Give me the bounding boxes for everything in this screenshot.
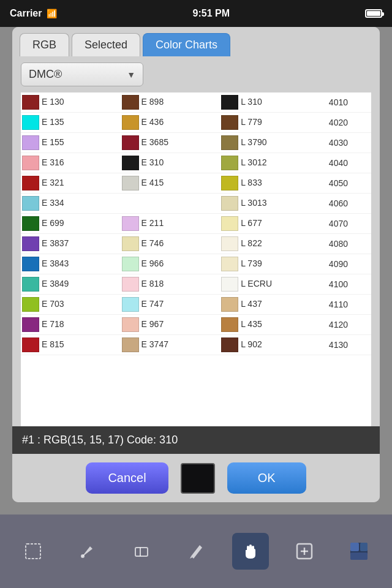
table-row[interactable]: E 718E 967L 4354120 [21, 315, 371, 335]
color-swatch [22, 176, 39, 190]
chevron-down-icon: ▼ [127, 70, 135, 80]
table-row[interactable]: E 130E 898L 3104010 [21, 92, 371, 113]
table-row[interactable]: E 3837E 746L 8224080 [21, 234, 371, 254]
color-code: 4010 [328, 92, 371, 113]
table-row[interactable]: E 703E 747L 4374110 [21, 295, 371, 315]
hand-tool-button[interactable] [232, 533, 269, 570]
table-row[interactable]: E 699E 211L 6774070 [21, 214, 371, 234]
wifi-icon: 📶 [47, 9, 57, 18]
color-code: 4130 [328, 335, 371, 355]
color-swatch [221, 135, 238, 150]
color-code: 4040 [328, 153, 371, 173]
color-code: 4110 [328, 295, 371, 315]
pen-tool-button[interactable] [178, 533, 214, 570]
svg-rect-10 [350, 552, 368, 560]
color-label: L 435 [241, 319, 262, 329]
color-swatch [22, 216, 39, 231]
color-swatch [221, 115, 238, 130]
color-info-text: #1 : RGB(15, 15, 17) Code: 310 [22, 434, 178, 446]
table-row[interactable]: E 3843E 966L 7394090 [21, 254, 371, 274]
select-tool-button[interactable] [15, 533, 51, 570]
color-label: E 321 [42, 178, 64, 187]
color-label: E 3849 [42, 279, 69, 288]
color-code: 4070 [328, 214, 371, 234]
color-swatch [221, 176, 238, 190]
color-label: E 703 [42, 299, 64, 309]
color-info-bar: #1 : RGB(15, 15, 17) Code: 310 [12, 426, 380, 454]
svg-rect-0 [26, 544, 40, 559]
color-swatch [122, 337, 139, 352]
color-swatch [22, 115, 39, 130]
carrier-label: Carrier [10, 8, 42, 19]
table-row[interactable]: E 135E 436L 7794020 [21, 113, 371, 133]
dropdown-row: DMC® ▼ [12, 56, 380, 92]
color-label: E 3837 [42, 238, 69, 248]
table-row[interactable]: E 321E 415L 8334050 [21, 173, 371, 194]
color-chart-dialog: RGB Selected Color Charts DMC® ▼ E 130E … [12, 27, 380, 502]
color-label: L 3790 [241, 137, 266, 147]
bottom-toolbar [0, 514, 392, 588]
color-swatch [22, 236, 39, 251]
color-swatch [122, 115, 139, 130]
color-label: L 310 [241, 97, 262, 107]
color-swatch [221, 317, 238, 332]
palette-button[interactable] [341, 533, 377, 570]
brush-tool-button[interactable] [69, 533, 106, 570]
dropdown-value: DMC® [29, 68, 62, 81]
color-label: E 3747 [141, 339, 168, 349]
color-swatch [122, 135, 139, 150]
color-label: E 747 [141, 299, 164, 309]
table-row[interactable]: E 815E 3747L 9024130 [21, 335, 371, 355]
color-label: E 436 [141, 117, 164, 127]
color-swatch [22, 317, 39, 332]
color-code: 4020 [328, 113, 371, 133]
table-row[interactable]: E 3849E 818L ECRU4100 [21, 274, 371, 295]
color-chart-table: E 130E 898L 3104010E 135E 436L 7794020E … [21, 92, 371, 355]
color-label: E 316 [42, 157, 64, 167]
cancel-button[interactable]: Cancel [86, 462, 168, 494]
color-swatch [122, 216, 139, 231]
svg-rect-2 [135, 548, 148, 556]
color-swatch [22, 135, 39, 150]
color-swatch [221, 156, 238, 170]
color-swatch [221, 337, 238, 352]
color-swatch [122, 236, 139, 251]
brand-dropdown[interactable]: DMC® ▼ [21, 62, 143, 86]
color-code: 4080 [328, 234, 371, 254]
color-swatch [22, 196, 39, 211]
eraser-tool-button[interactable] [123, 533, 160, 570]
table-row[interactable]: E 155E 3685L 37904030 [21, 133, 371, 153]
color-label: L ECRU [241, 279, 272, 288]
table-row[interactable]: E 334L 30134060 [21, 194, 371, 214]
add-button[interactable] [286, 533, 323, 570]
table-row[interactable]: E 316E 310L 30124040 [21, 153, 371, 173]
color-code: 4030 [328, 133, 371, 153]
color-swatch [221, 277, 238, 292]
color-swatch [122, 156, 139, 170]
color-code: 4120 [328, 315, 371, 335]
color-label: E 699 [42, 218, 64, 228]
color-label: E 815 [42, 339, 64, 349]
color-chart-area[interactable]: E 130E 898L 3104010E 135E 436L 7794020E … [21, 92, 371, 426]
battery-icon [365, 9, 382, 18]
color-label: L 677 [241, 218, 262, 228]
color-swatch [122, 257, 139, 271]
color-swatch [221, 257, 238, 271]
color-label: E 3685 [141, 137, 168, 147]
color-label: E 130 [42, 97, 64, 107]
color-swatch [22, 257, 39, 271]
color-label: E 967 [141, 319, 164, 329]
color-label: E 966 [141, 258, 164, 268]
color-label: L 833 [241, 178, 262, 187]
ok-button[interactable]: OK [227, 462, 306, 494]
color-swatch [221, 95, 238, 110]
color-label: L 779 [241, 117, 262, 127]
tab-selected[interactable]: Selected [72, 33, 140, 56]
tab-rgb[interactable]: RGB [20, 33, 69, 56]
color-label: L 3012 [241, 157, 266, 167]
color-label: L 437 [241, 299, 262, 309]
color-swatch [22, 95, 39, 110]
color-label: E 415 [141, 178, 164, 187]
tab-charts[interactable]: Color Charts [143, 33, 230, 56]
color-code: 4090 [328, 254, 371, 274]
